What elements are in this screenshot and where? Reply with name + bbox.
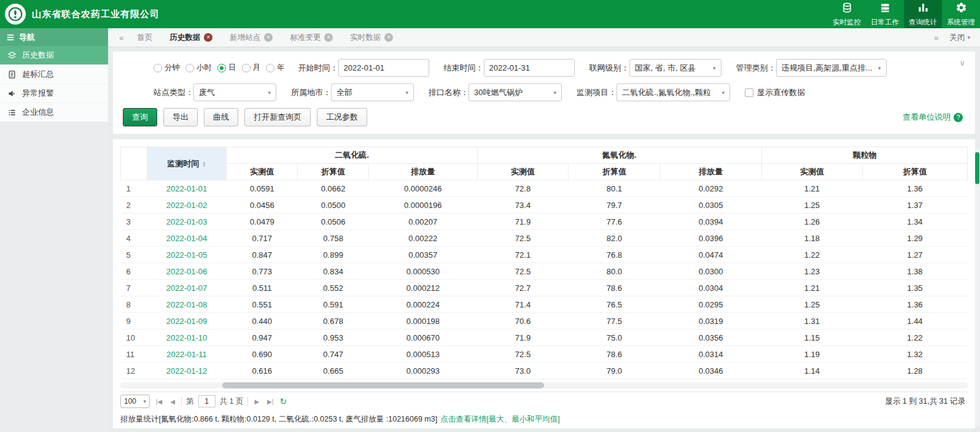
first-page-button[interactable]: |◀ [154,398,164,405]
nav-system-management[interactable]: 系统管理 [942,0,980,28]
tab-label: 实时数据 [350,33,381,43]
tab-home[interactable]: 首页 [128,28,161,47]
last-page-button[interactable]: ▶| [265,398,275,405]
period-radio[interactable]: 分钟 [154,63,180,73]
tab-close-icon[interactable]: × [264,33,273,42]
condition-params-button[interactable]: 工况参数 [317,108,367,126]
sort-icon[interactable]: ▲▼ [202,161,206,167]
row-date[interactable]: 2022-01-03 [147,214,227,230]
history-table: 监测时间▲▼ 二氧化硫. 氮氧化物. 颗粒物 实测值 折算值 排放量 实测值 折… [120,147,968,379]
table-row[interactable]: 52022-01-050.8470.8990.0035772.176.80.04… [121,247,968,263]
vertical-scrollbar[interactable] [975,148,979,426]
row-value: 75.0 [569,330,660,346]
unit-description-link[interactable]: 查看单位说明 ? [903,112,963,123]
sidebar-item-exceed-summary[interactable]: 超标汇总 [0,65,108,84]
table-row[interactable]: 42022-01-040.7170.7580.0022272.582.00.03… [121,230,968,247]
curve-button[interactable]: 曲线 [204,108,238,126]
row-value: 79.0 [569,363,660,379]
app-header: 山东省联合农药工业有限公司 实时监控 日常工作 查询统计 系统管理 [0,0,980,28]
period-radio[interactable]: 日 [217,63,236,73]
sidebar-item-company-info[interactable]: 企业信息 [0,103,108,122]
row-date[interactable]: 2022-01-05 [147,247,227,263]
view-detail-link[interactable]: 点击查看详情[最大、最小和平均值] [440,414,559,425]
row-value: 1.29 [862,230,967,247]
row-date[interactable]: 2022-01-11 [147,346,227,363]
row-value: 1.18 [761,230,862,247]
prev-page-button[interactable]: ◀ [168,398,177,405]
row-value: 80.1 [569,180,660,197]
close-tabs-menu[interactable]: 关闭 ▾ [949,33,974,43]
table-row[interactable]: 22022-01-020.04560.05000.000019673.479.7… [121,197,968,214]
table-row[interactable]: 122022-01-120.6160.6650.00029373.079.00.… [121,363,968,379]
nav-realtime-monitor[interactable]: 实时监控 [828,0,866,28]
table-row[interactable]: 82022-01-080.5510.5910.00022471.476.50.0… [121,296,968,313]
tab-history-data[interactable]: 历史数据 × [161,28,221,47]
row-index: 2 [121,197,147,214]
row-date[interactable]: 2022-01-06 [147,263,227,280]
period-radio[interactable]: 小时 [185,63,212,73]
tab-close-icon[interactable]: × [324,33,333,42]
row-value: 1.26 [761,214,862,230]
tab-close-icon[interactable]: × [384,33,393,42]
row-value: 1.15 [761,330,862,346]
chevron-down-icon: ▾ [721,90,725,96]
row-value: 1.25 [761,197,862,214]
network-level-select[interactable]: 国家, 省, 市, 区县 ▾ [629,59,721,77]
period-radio[interactable]: 月 [242,63,261,73]
table-row[interactable]: 112022-01-110.6900.7470.00051372.578.60.… [121,346,968,363]
period-radio[interactable]: 年 [266,63,285,73]
site-type-select[interactable]: 废气 ▾ [193,83,276,101]
outlet-select[interactable]: 30吨燃气锅炉 ▾ [469,83,562,101]
collapse-filter-icon[interactable]: ∨ [959,58,965,68]
table-row[interactable]: 72022-01-070.5110.5520.00021272.778.60.0… [121,280,968,296]
radio-label: 日 [228,63,236,73]
page-size-select[interactable]: 100 ▾ [120,395,150,408]
row-date[interactable]: 2022-01-08 [147,296,227,313]
table-row[interactable]: 62022-01-060.7730.8340.00053072.580.00.0… [121,263,968,280]
export-button[interactable]: 导出 [163,108,198,126]
row-date[interactable]: 2022-01-10 [147,330,227,346]
refresh-icon[interactable]: ↻ [279,396,287,406]
tabs-scroll-left-icon[interactable]: « [114,33,128,42]
filter-row-2: 站点类型： 废气 ▾ 所属地市： 全部 ▾ 排口 [122,83,966,101]
list-icon [7,108,17,117]
tab-realtime-data[interactable]: 实时数据 × [341,28,402,47]
monitor-items-select[interactable]: 二氧化硫.,氮氧化物.,颗粒 ▾ [616,83,730,101]
city-select[interactable]: 全部 ▾ [331,83,414,101]
open-new-query-button[interactable]: 打开新查询页 [244,108,311,126]
nav-daily-work[interactable]: 日常工作 [866,0,904,28]
row-date[interactable]: 2022-01-07 [147,280,227,296]
row-date[interactable]: 2022-01-12 [147,363,227,379]
tab-new-site[interactable]: 新增站点 × [221,28,281,47]
next-page-button[interactable]: ▶ [252,398,261,405]
chevron-down-icon: ▾ [713,65,716,71]
row-date[interactable]: 2022-01-02 [147,197,227,214]
end-date-input[interactable] [484,59,575,77]
horizontal-scrollbar-thumb[interactable] [222,382,544,388]
query-button[interactable]: 查询 [123,108,157,126]
page-number-input[interactable] [198,395,216,407]
site-type-field: 站点类型： 废气 ▾ [154,83,276,101]
show-direct-data-checkbox[interactable]: 显示直传数据 [745,87,805,98]
time-column-header[interactable]: 监测时间▲▼ [147,147,227,180]
start-date-input[interactable] [338,59,429,77]
horizontal-scrollbar[interactable] [120,382,968,388]
sidebar-item-abnormal-alarm[interactable]: 异常报警 [0,84,108,103]
manage-type-select[interactable]: 违规项目,高架源,重点排... ▾ [776,59,887,77]
tab-close-icon[interactable]: × [204,33,212,42]
row-value: 1.28 [862,363,967,379]
row-value: 0.0000246 [369,180,478,197]
table-row[interactable]: 12022-01-010.05910.06620.000024672.880.1… [121,180,968,197]
row-date[interactable]: 2022-01-04 [147,230,227,247]
table-row[interactable]: 102022-01-100.9470.9530.00067071.975.00.… [121,330,968,346]
table-row[interactable]: 32022-01-030.04790.05060.0020771.977.60.… [121,214,968,230]
nav-query-statistics[interactable]: 查询统计 [904,0,942,28]
row-date[interactable]: 2022-01-01 [147,180,227,197]
table-row[interactable]: 92022-01-090.4400.6780.00019870.677.50.0… [121,313,968,330]
sidebar-item-history-data[interactable]: 历史数据 [0,46,108,65]
vertical-scrollbar-thumb[interactable] [975,152,979,184]
tab-standard-change[interactable]: 标准变更 × [281,28,341,47]
tabs-scroll-right-icon[interactable]: » [929,33,943,42]
close-tabs-label: 关闭 [949,33,965,43]
row-date[interactable]: 2022-01-09 [147,313,227,330]
